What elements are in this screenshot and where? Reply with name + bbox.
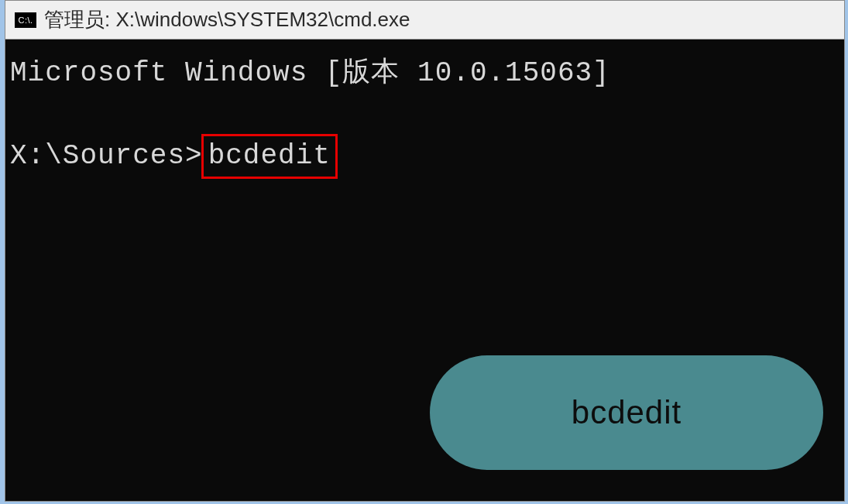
titlebar[interactable]: C:\. 管理员: X:\windows\SYSTEM32\cmd.exe — [5, 1, 844, 39]
annotation-label: bcdedit — [572, 389, 681, 437]
version-line: Microsoft Windows [版本 10.0.15063] — [5, 53, 844, 94]
command-text: bcdedit — [201, 134, 338, 179]
cmd-window: C:\. 管理员: X:\windows\SYSTEM32\cmd.exe Mi… — [5, 0, 845, 502]
annotation-bubble: bcdedit — [430, 355, 823, 470]
prompt-text: X:\Sources> — [10, 136, 203, 177]
terminal-area[interactable]: Microsoft Windows [版本 10.0.15063] X:\Sou… — [5, 39, 844, 501]
window-title: 管理员: X:\windows\SYSTEM32\cmd.exe — [44, 6, 410, 33]
prompt-line: X:\Sources>bcdedit — [5, 134, 844, 179]
cmd-icon: C:\. — [15, 12, 36, 28]
